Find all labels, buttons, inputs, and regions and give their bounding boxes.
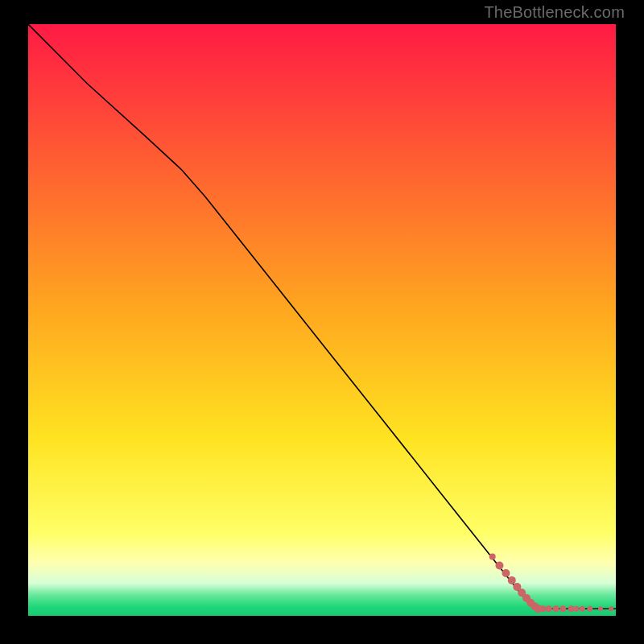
scatter-point: [598, 606, 603, 611]
watermark-text: TheBottleneck.com: [484, 3, 625, 22]
chart-frame: TheBottleneck.com: [0, 0, 644, 644]
chart-svg: [28, 24, 616, 616]
scatter-point: [546, 605, 552, 612]
scatter-point: [574, 606, 580, 612]
scatter-point: [495, 562, 503, 570]
scatter-point: [568, 605, 575, 612]
scatter-point: [559, 605, 566, 612]
scatter-point: [609, 606, 613, 611]
scatter-point: [508, 576, 516, 584]
scatter-point: [502, 569, 510, 577]
scatter-point: [587, 606, 592, 612]
gradient-background: [28, 24, 616, 616]
scatter-point: [539, 605, 546, 612]
scatter-point: [489, 554, 496, 560]
plot-area: [28, 24, 616, 616]
scatter-point: [580, 606, 585, 612]
scatter-point: [553, 605, 559, 612]
